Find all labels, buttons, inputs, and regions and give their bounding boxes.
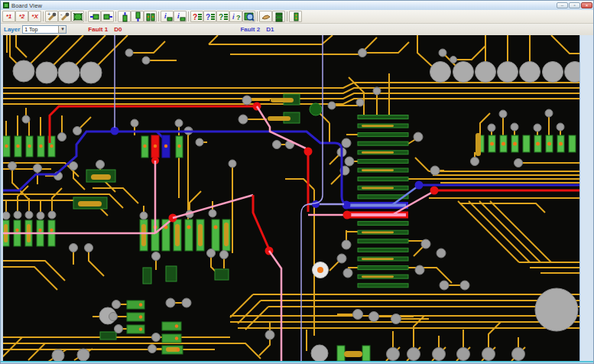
board-fit-icon bbox=[73, 11, 83, 22]
window-border-bottom bbox=[1, 361, 594, 364]
fault-marker-line-center bbox=[301, 35, 323, 361]
probe-1-button[interactable]: *1 bbox=[2, 11, 15, 22]
fiducial-pad bbox=[313, 262, 329, 278]
query-pins-red-icon: ? bbox=[192, 11, 203, 22]
hand-icon bbox=[261, 11, 271, 22]
fault1-label: Fault 1 bbox=[88, 26, 108, 33]
mounting-hole bbox=[535, 288, 578, 331]
svg-text:?: ? bbox=[219, 13, 223, 21]
pcb-render[interactable] bbox=[1, 35, 594, 364]
info-component-b-button[interactable]: i bbox=[174, 11, 187, 22]
query-pins-blue-button[interactable]: ? bbox=[203, 11, 216, 22]
component-pair-icon bbox=[145, 11, 156, 22]
minimize-button[interactable]: – bbox=[557, 2, 568, 8]
component-pair-button[interactable] bbox=[144, 11, 157, 22]
component-pin-left-button[interactable] bbox=[88, 11, 101, 22]
info-query-icon: i? bbox=[231, 11, 242, 22]
query-pins-red-button[interactable]: ? bbox=[190, 11, 203, 22]
svg-text:-: - bbox=[60, 11, 63, 17]
component-pin-left-icon bbox=[89, 11, 100, 22]
toolbar: *1 *2 *X + - i i ? ? ? i? bbox=[1, 10, 594, 24]
component-pin-right-button[interactable] bbox=[101, 11, 114, 22]
fault-marker-lines bbox=[115, 35, 323, 361]
layer-stack-icon bbox=[274, 11, 284, 22]
fault2-label: Fault 2 bbox=[240, 26, 260, 33]
hand-probe-button[interactable] bbox=[259, 11, 272, 22]
info-component-a-button[interactable]: i bbox=[161, 11, 174, 22]
zoom-probe-in-button[interactable]: + bbox=[45, 11, 58, 22]
layer-value: 1 Top bbox=[24, 27, 37, 32]
query-pins-green-icon: ? bbox=[218, 11, 229, 22]
layer-label: Layer bbox=[4, 26, 20, 33]
probe-2-button[interactable]: *2 bbox=[15, 11, 28, 22]
component-down-icon bbox=[132, 11, 143, 22]
query-pins-blue-icon: ? bbox=[205, 11, 216, 22]
svg-text:?: ? bbox=[193, 13, 197, 21]
maximize-button[interactable]: ▫ bbox=[569, 2, 580, 8]
layer-bar: Layer 1 Top ▼ Fault 1 D0 Fault 2 D1 bbox=[1, 24, 594, 35]
info-component-icon: i bbox=[162, 11, 173, 22]
probe-x-button[interactable]: *X bbox=[28, 11, 41, 22]
board-canvas[interactable] bbox=[1, 35, 594, 364]
probe-plus-icon: + bbox=[47, 11, 57, 22]
window-border-left bbox=[1, 35, 3, 364]
fault2-net-value: D1 bbox=[266, 26, 274, 33]
app-board-icon bbox=[3, 2, 9, 8]
window-title: Board View bbox=[11, 2, 42, 9]
layer-stack-button[interactable] bbox=[272, 11, 285, 22]
ic-footprint-pins[interactable] bbox=[358, 115, 408, 288]
layer-dropdown[interactable]: 1 Top ▼ bbox=[22, 25, 67, 34]
query-pins-green-button[interactable]: ? bbox=[216, 11, 229, 22]
fit-board-button[interactable] bbox=[71, 11, 84, 22]
close-button[interactable]: × bbox=[581, 2, 592, 8]
component-single-button[interactable] bbox=[289, 11, 302, 22]
zoom-probe-out-button[interactable]: - bbox=[58, 11, 71, 22]
magnify-board-icon bbox=[244, 11, 255, 22]
board-view-window: Board View – ▫ × *1 *2 *X + - i i ? ? ? … bbox=[0, 0, 594, 364]
fault1-net-value: D0 bbox=[114, 26, 122, 33]
component-single-icon bbox=[291, 11, 301, 22]
window-border-right bbox=[579, 35, 594, 364]
tht-pad-green bbox=[310, 103, 322, 115]
svg-text:i: i bbox=[232, 13, 235, 21]
component-up-button[interactable] bbox=[118, 11, 131, 22]
svg-text:?: ? bbox=[236, 14, 241, 21]
svg-text:i: i bbox=[177, 12, 180, 20]
component-up-icon bbox=[119, 11, 130, 22]
component-pin-right-icon bbox=[102, 11, 113, 22]
info-component-icon: i bbox=[175, 11, 186, 22]
info-query-button[interactable]: i? bbox=[229, 11, 242, 22]
svg-text:+: + bbox=[47, 11, 50, 17]
component-down-button[interactable] bbox=[131, 11, 144, 22]
chevron-down-icon: ▼ bbox=[58, 26, 66, 33]
magnify-board-button[interactable] bbox=[242, 11, 255, 22]
svg-text:i: i bbox=[164, 12, 167, 20]
probe-minus-icon: - bbox=[60, 11, 70, 22]
svg-text:?: ? bbox=[206, 13, 210, 21]
